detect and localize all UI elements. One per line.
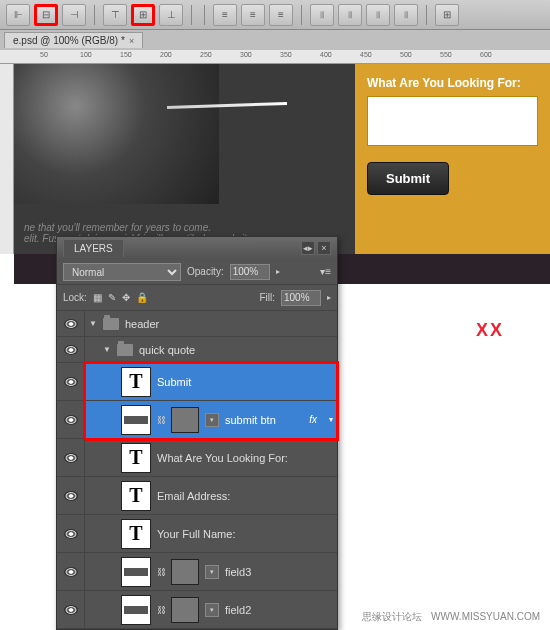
panel-menu-icon[interactable]: ▾≡: [320, 266, 331, 277]
layer-list: ▼ header ▼ quick quote T Submit: [57, 311, 337, 629]
link-icon: ⛓: [157, 603, 165, 617]
separator: [426, 5, 427, 25]
blend-row: Normal Opacity: ▸ ▾≡: [57, 259, 337, 285]
lock-position-icon[interactable]: ✥: [122, 292, 130, 303]
distribute-bottom-btn[interactable]: ≡: [269, 4, 293, 26]
vector-mask-thumb: [171, 407, 199, 433]
text-layer-icon: T: [121, 519, 151, 549]
document-tabbar: e.psd @ 100% (RGB/8) * ×: [0, 30, 550, 50]
folder-icon: [117, 344, 133, 356]
visibility-icon[interactable]: [64, 529, 78, 539]
vmask-dropdown-icon[interactable]: ▾: [205, 603, 219, 617]
xx-annotation: XX: [476, 320, 504, 341]
quote-label: What Are You Looking For:: [367, 76, 538, 90]
layer-fullname[interactable]: T Your Full Name:: [57, 515, 337, 553]
document-tab[interactable]: e.psd @ 100% (RGB/8) * ×: [4, 32, 143, 48]
layer-name: Email Address:: [157, 490, 230, 502]
quote-input[interactable]: [367, 96, 538, 146]
fill-flyout-icon[interactable]: ▸: [327, 293, 331, 302]
align-top-btn[interactable]: ⊤: [103, 4, 127, 26]
layer-name: Your Full Name:: [157, 528, 235, 540]
layer-email[interactable]: T Email Address:: [57, 477, 337, 515]
submit-button[interactable]: Submit: [367, 162, 449, 195]
link-icon: ⛓: [157, 413, 165, 427]
auto-align-btn[interactable]: ⊞: [435, 4, 459, 26]
opacity-label: Opacity:: [187, 266, 224, 277]
tab-title: e.psd @ 100% (RGB/8) *: [13, 35, 125, 46]
separator: [204, 5, 205, 25]
layer-field3[interactable]: ⛓ ▾ field3: [57, 553, 337, 591]
chevron-down-icon[interactable]: ▼: [89, 319, 97, 328]
visibility-icon[interactable]: [64, 415, 78, 425]
vmask-dropdown-icon[interactable]: ▾: [205, 565, 219, 579]
distribute-left-btn[interactable]: ⦀: [310, 4, 334, 26]
align-vcenter-btn[interactable]: ⊞: [131, 4, 155, 26]
text-layer-icon: T: [121, 367, 151, 397]
align-hcenter-btn[interactable]: ⊟: [34, 4, 58, 26]
visibility-icon[interactable]: [64, 319, 78, 329]
lock-transparency-icon[interactable]: ▦: [93, 292, 102, 303]
distribute-top-btn[interactable]: ≡: [213, 4, 237, 26]
hero-image[interactable]: ne that you'll remember for years to com…: [14, 64, 355, 254]
horizontal-ruler: 50 100 150 200 250 300 350 400 450 500 5…: [0, 50, 550, 64]
layer-group-quick-quote[interactable]: ▼ quick quote: [57, 337, 337, 363]
distribute-vcenter-btn[interactable]: ≡: [241, 4, 265, 26]
vector-mask-thumb: [171, 597, 199, 623]
chevron-down-icon[interactable]: ▼: [103, 345, 111, 354]
visibility-icon[interactable]: [64, 345, 78, 355]
vector-mask-thumb: [171, 559, 199, 585]
layers-panel: LAYERS ◂▸ × Normal Opacity: ▸ ▾≡ Lock: ▦…: [56, 236, 338, 630]
shape-thumb: [121, 405, 151, 435]
layer-name: header: [125, 318, 159, 330]
separator: [301, 5, 302, 25]
layers-tab[interactable]: LAYERS: [63, 239, 124, 257]
visibility-icon[interactable]: [64, 453, 78, 463]
align-left-btn[interactable]: ⊩: [6, 4, 30, 26]
align-right-btn[interactable]: ⊣: [62, 4, 86, 26]
panel-collapse-icon[interactable]: ◂▸: [301, 241, 315, 255]
separator: [94, 5, 95, 25]
lock-pixels-icon[interactable]: ✎: [108, 292, 116, 303]
watermark: 思缘设计论坛 WWW.MISSYUAN.COM: [362, 610, 540, 624]
shape-thumb: [121, 595, 151, 625]
chevron-down-icon[interactable]: ▾: [329, 415, 333, 424]
blend-mode-dropdown[interactable]: Normal: [63, 263, 181, 281]
layer-name: field2: [225, 604, 251, 616]
layer-group-header[interactable]: ▼ header: [57, 311, 337, 337]
fx-badge[interactable]: fx: [309, 414, 317, 425]
panel-header[interactable]: LAYERS ◂▸ ×: [57, 237, 337, 259]
align-bottom-btn[interactable]: ⊥: [159, 4, 183, 26]
vmask-dropdown-icon[interactable]: ▾: [205, 413, 219, 427]
close-icon[interactable]: ×: [129, 36, 134, 46]
link-icon: ⛓: [157, 565, 165, 579]
layer-submit-btn[interactable]: ⛓ ▾ submit btn fx ▾: [57, 401, 337, 439]
canvas-area: ne that you'll remember for years to com…: [0, 64, 550, 254]
visibility-icon[interactable]: [64, 377, 78, 387]
layer-name: quick quote: [139, 344, 195, 356]
shape-thumb: [121, 557, 151, 587]
fill-field[interactable]: [281, 290, 321, 306]
lock-all-icon[interactable]: 🔒: [136, 292, 148, 303]
distribute-btn[interactable]: ⦀: [394, 4, 418, 26]
quote-panel: What Are You Looking For: Submit: [355, 64, 550, 254]
visibility-icon[interactable]: [64, 605, 78, 615]
opacity-field[interactable]: [230, 264, 270, 280]
panel-close-icon[interactable]: ×: [317, 241, 331, 255]
align-toolbar: ⊩ ⊟ ⊣ ⊤ ⊞ ⊥ ≡ ≡ ≡ ⦀ ⦀ ⦀ ⦀ ⊞: [0, 0, 550, 30]
layer-field2[interactable]: ⛓ ▾ field2: [57, 591, 337, 629]
opacity-flyout-icon[interactable]: ▸: [276, 267, 280, 276]
text-layer-icon: T: [121, 443, 151, 473]
distribute-right-btn[interactable]: ⦀: [366, 4, 390, 26]
distribute-hcenter-btn[interactable]: ⦀: [338, 4, 362, 26]
visibility-icon[interactable]: [64, 567, 78, 577]
fill-label: Fill:: [259, 292, 275, 303]
lock-label: Lock:: [63, 292, 87, 303]
vertical-ruler: [0, 64, 14, 254]
visibility-icon[interactable]: [64, 491, 78, 501]
folder-icon: [103, 318, 119, 330]
text-layer-icon: T: [121, 481, 151, 511]
hero-figure: [14, 64, 219, 204]
separator: [191, 5, 192, 25]
layer-looking[interactable]: T What Are You Looking For:: [57, 439, 337, 477]
layer-submit-text[interactable]: T Submit: [57, 363, 337, 401]
